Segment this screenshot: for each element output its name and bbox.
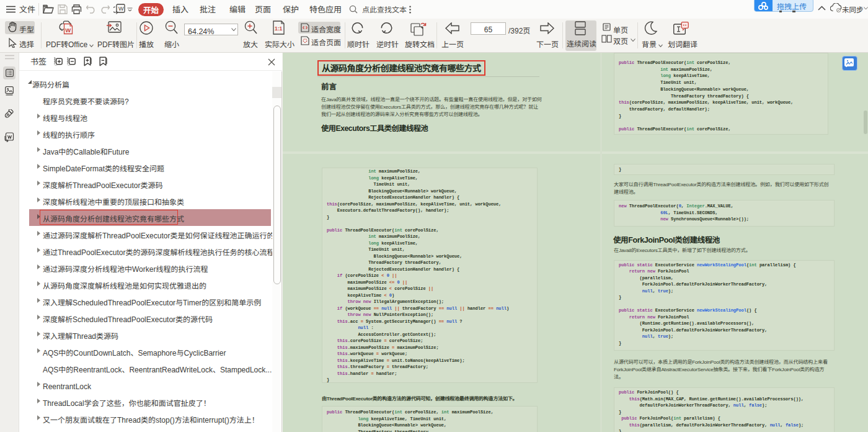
svg-text:W: W <box>118 6 124 12</box>
svg-text:1:1: 1:1 <box>275 25 283 32</box>
svg-text:W: W <box>65 27 71 34</box>
